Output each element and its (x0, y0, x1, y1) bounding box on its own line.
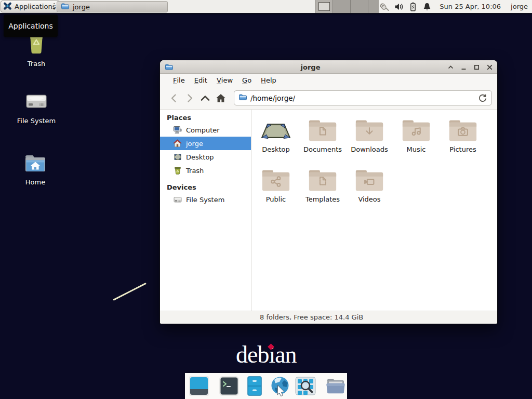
home-icon (173, 139, 182, 148)
desktop-folder-icon (260, 114, 292, 142)
window-folder-icon (165, 63, 173, 73)
clock[interactable]: Sun 25 Apr, 10:06 (440, 3, 501, 10)
window-title: jorge (176, 60, 445, 74)
file-item-downloads[interactable]: Downloads (346, 114, 393, 153)
music-folder-icon (402, 114, 430, 142)
desktop-line-artifact (113, 283, 147, 301)
desktop-icon-filesystem[interactable]: File System (8, 90, 65, 125)
drive-icon (173, 195, 182, 204)
computer-icon (173, 126, 182, 134)
mouse-icon[interactable] (379, 2, 390, 11)
file-item-documents[interactable]: Documents (299, 114, 346, 153)
minimize-button[interactable] (459, 63, 468, 71)
sidebar-item-trash[interactable]: Trash (160, 164, 251, 177)
file-view[interactable]: Desktop Documents Downloads Music (251, 110, 497, 311)
sidebar-item-computer[interactable]: Computer (160, 123, 251, 137)
up-button[interactable] (197, 90, 213, 106)
menu-help[interactable]: Help (256, 74, 281, 87)
menu-go[interactable]: Go (237, 74, 256, 87)
session-user-menu[interactable]: jorge (511, 3, 528, 10)
file-item-videos[interactable]: Videos (346, 164, 393, 203)
file-manager-window: jorge File Edit View Go Help /home/jorge… (160, 60, 497, 324)
pictures-folder-icon (449, 114, 477, 142)
menu-edit[interactable]: Edit (190, 74, 212, 87)
desktop-icon-label: Trash (8, 60, 65, 68)
desktop-icon-label: File System (8, 117, 65, 125)
system-tray: Sun 25 Apr, 10:06 jorge (379, 0, 532, 13)
back-button[interactable] (166, 90, 182, 106)
folder-icon (61, 2, 69, 12)
menu-view[interactable]: View (212, 74, 237, 87)
top-panel: Applications jorge Sun 25 Apr, 10:06 jor… (0, 0, 532, 14)
location-path: /home/jorge/ (250, 94, 295, 102)
file-item-public[interactable]: Public (252, 164, 299, 203)
location-folder-icon (238, 93, 247, 103)
templates-folder-icon (309, 164, 337, 192)
menu-bar: File Edit View Go Help (160, 74, 497, 87)
home-button[interactable] (213, 90, 229, 106)
file-item-pictures[interactable]: Pictures (440, 114, 486, 153)
dock-desktop-icon[interactable] (189, 376, 209, 396)
file-item-templates[interactable]: Templates (299, 164, 346, 203)
dock (185, 373, 347, 399)
battery-icon[interactable] (408, 2, 418, 11)
applications-menu-label: Applications (15, 3, 56, 10)
reload-icon[interactable] (478, 94, 487, 103)
notifications-bell-icon[interactable] (422, 2, 432, 11)
forward-button[interactable] (182, 90, 197, 106)
sidebar-item-desktop[interactable]: Desktop (160, 150, 251, 164)
sidebar: Places Computer jorge Desktop Trash (160, 110, 251, 311)
toolbar: /home/jorge/ (160, 87, 497, 109)
xfce-logo-icon (3, 2, 12, 12)
home-folder-icon (7, 153, 64, 174)
places-header: Places (160, 112, 251, 123)
dock-folder-icon[interactable] (325, 376, 346, 396)
window-titlebar[interactable]: jorge (160, 60, 497, 74)
trash-icon (173, 166, 182, 175)
dock-file-manager-icon[interactable] (244, 376, 265, 396)
desktop-icon-home[interactable]: Home (7, 153, 64, 186)
videos-folder-icon (355, 164, 383, 192)
sidebar-item-jorge[interactable]: jorge (160, 137, 251, 150)
drive-icon (8, 90, 65, 112)
dock-web-browser-icon[interactable] (270, 376, 290, 396)
applications-menu-button[interactable]: Applications (1, 1, 60, 12)
documents-folder-icon (309, 114, 337, 142)
workspace-2[interactable] (333, 0, 351, 13)
file-item-desktop[interactable]: Desktop (252, 114, 299, 153)
close-button[interactable] (485, 63, 494, 71)
menu-file[interactable]: File (168, 74, 190, 87)
desktop: Applications jorge Sun 25 Apr, 10:06 jor… (0, 0, 532, 399)
sidebar-item-filesystem[interactable]: File System (160, 193, 251, 206)
desktop-icon (173, 153, 182, 161)
downloads-folder-icon (355, 114, 383, 142)
location-bar[interactable]: /home/jorge/ (234, 90, 492, 105)
debian-logo-text: debian (236, 341, 297, 368)
workspace-3[interactable] (351, 0, 368, 13)
debian-logo: debian (236, 342, 297, 368)
status-bar: 8 folders, Free space: 14.4 GiB (160, 311, 497, 323)
shade-button[interactable] (446, 63, 455, 71)
maximize-button[interactable] (472, 63, 481, 71)
workspace-switcher (315, 0, 386, 13)
taskbar-window-button[interactable]: jorge (57, 1, 168, 12)
public-folder-icon (262, 164, 290, 192)
dock-terminal-icon[interactable] (219, 376, 240, 396)
applications-tooltip: Applications (4, 15, 58, 37)
taskbar-window-label: jorge (73, 3, 90, 11)
devices-header: Devices (160, 181, 251, 193)
dock-app-finder-icon[interactable] (295, 376, 316, 396)
workspace-window-preview (318, 2, 330, 11)
desktop-icon-label: Home (7, 178, 64, 186)
workspace-1[interactable] (315, 0, 333, 13)
file-item-music[interactable]: Music (393, 114, 440, 153)
volume-icon[interactable] (394, 2, 404, 11)
taskbar-grip[interactable] (54, 3, 55, 10)
